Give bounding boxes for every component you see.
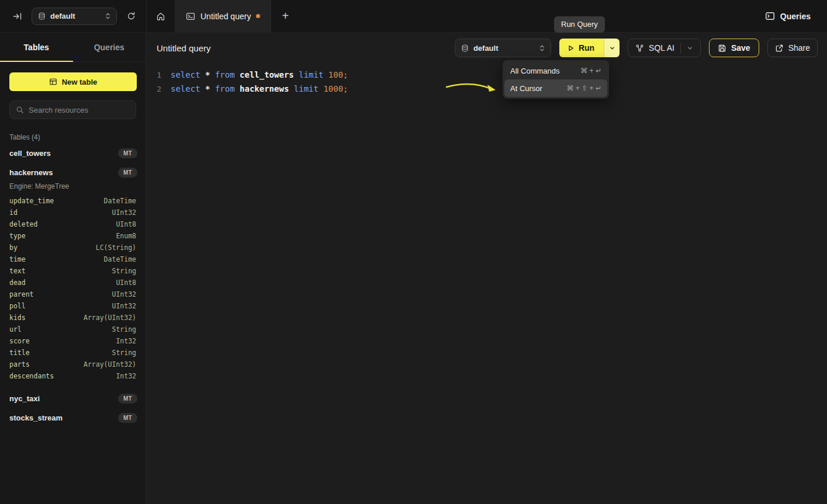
column-list: update_timeDateTimeidUInt32deletedUInt8t… <box>0 195 146 389</box>
table-grid-icon <box>49 78 57 86</box>
run-query-tooltip: Run Query <box>554 16 605 33</box>
column-type: UInt32 <box>112 290 136 298</box>
body: Tables Queries New table Tables (4) <box>0 33 827 504</box>
column-item-descendants[interactable]: descendantsInt32 <box>0 370 146 382</box>
queries-button[interactable]: Queries <box>765 0 827 32</box>
save-icon <box>718 44 726 53</box>
column-type: Int32 <box>116 337 136 345</box>
code-text: select * from hackernews limit 1000; <box>171 84 348 93</box>
search-box <box>9 100 136 119</box>
column-name: deleted <box>9 220 37 228</box>
table-item-hackernews[interactable]: hackernewsMT <box>0 163 146 182</box>
column-type: UInt32 <box>112 302 136 310</box>
run-options-button[interactable] <box>604 39 620 57</box>
database-selector[interactable]: default <box>32 8 117 25</box>
table-item-nyc_taxi[interactable]: nyc_taxiMT <box>0 389 146 408</box>
refresh-icon[interactable] <box>124 9 138 23</box>
collapse-sidebar-icon[interactable] <box>11 9 25 23</box>
line-number: 1 <box>146 71 161 79</box>
run-button-group: Run <box>559 39 620 57</box>
divider <box>680 43 681 53</box>
table-item-stocks_stream[interactable]: stocks_streamMT <box>0 408 146 427</box>
column-type: UInt8 <box>116 220 136 228</box>
sql-editor[interactable]: 1select * from cell_towers limit 100;2se… <box>146 63 827 504</box>
tab-label: Untitled query <box>200 12 251 21</box>
unsaved-dot-icon <box>256 14 260 18</box>
query-tab-icon <box>186 12 195 21</box>
column-item-kids[interactable]: kidsArray(UInt32) <box>0 312 146 324</box>
column-type: UInt8 <box>116 279 136 287</box>
engine-badge: MT <box>118 413 137 423</box>
column-item-deleted[interactable]: deletedUInt8 <box>0 218 146 230</box>
column-item-type[interactable]: typeEnum8 <box>0 230 146 242</box>
column-type: String <box>112 267 136 275</box>
column-item-time[interactable]: timeDateTime <box>0 253 146 265</box>
column-type: Array(UInt32) <box>84 314 136 322</box>
run-menu-item-all-commands[interactable]: All Commands⌘ + ↵ <box>504 62 607 79</box>
column-name: score <box>9 337 30 345</box>
new-table-button[interactable]: New table <box>9 72 137 91</box>
column-item-score[interactable]: scoreInt32 <box>0 335 146 347</box>
menu-item-label: At Cursor <box>510 84 542 93</box>
column-item-text[interactable]: textString <box>0 265 146 277</box>
menu-item-shortcut: ⌘ + ⇧ + ↵ <box>567 84 601 92</box>
code-line-1: 1select * from cell_towers limit 100; <box>146 68 827 82</box>
engine-badge: MT <box>118 394 137 404</box>
sql-ai-button[interactable]: SQL AI <box>628 39 701 57</box>
tab-home[interactable] <box>147 0 175 32</box>
share-icon <box>775 44 784 53</box>
search-resources-input[interactable] <box>29 106 130 114</box>
home-icon <box>156 12 165 21</box>
queries-label: Queries <box>780 12 811 21</box>
column-name: parts <box>9 360 30 369</box>
column-type: DateTime <box>104 255 136 263</box>
tab-untitled-query[interactable]: Untitled query <box>175 0 271 32</box>
column-type: Enum8 <box>116 232 136 240</box>
column-name: url <box>9 325 22 333</box>
column-name: update_time <box>9 197 54 205</box>
column-item-poll[interactable]: pollUInt32 <box>0 300 146 312</box>
run-options-menu: All Commands⌘ + ↵At Cursor⌘ + ⇧ + ↵ <box>503 60 609 99</box>
column-item-by[interactable]: byLC(String) <box>0 242 146 253</box>
column-item-title[interactable]: titleString <box>0 347 146 359</box>
column-type: DateTime <box>104 197 136 205</box>
column-item-parts[interactable]: partsArray(UInt32) <box>0 359 146 370</box>
database-selector-main-value: default <box>473 44 535 53</box>
sql-console-app: default Untitled query <box>0 0 827 504</box>
main-panel: Untitled query default Run <box>146 33 827 504</box>
topbar-left: default <box>0 0 146 32</box>
column-item-update_time[interactable]: update_timeDateTime <box>0 195 146 207</box>
topbar: default Untitled query <box>0 0 827 33</box>
column-name: type <box>9 232 26 240</box>
database-selector-main[interactable]: default <box>455 39 551 57</box>
column-name: by <box>9 244 18 252</box>
column-type: String <box>112 349 136 357</box>
engine-label: Engine: MergeTree <box>0 182 146 195</box>
column-item-url[interactable]: urlString <box>0 324 146 335</box>
table-item-cell_towers[interactable]: cell_towersMT <box>0 144 146 163</box>
new-table-label: New table <box>62 78 98 86</box>
column-name: parent <box>9 290 34 298</box>
query-header: Untitled query default Run <box>146 33 827 63</box>
new-tab-button[interactable]: + <box>271 0 299 32</box>
column-name: time <box>9 255 26 263</box>
updown-chevron-icon <box>539 44 545 52</box>
run-button[interactable]: Run <box>559 39 604 57</box>
column-item-dead[interactable]: deadUInt8 <box>0 277 146 289</box>
updown-chevron-icon <box>105 12 110 20</box>
sidebar-tab-tables[interactable]: Tables <box>0 33 73 61</box>
share-button[interactable]: Share <box>767 39 818 57</box>
column-type: LC(String) <box>96 244 136 252</box>
sidebar-tab-queries[interactable]: Queries <box>73 33 146 61</box>
sidebar-body: New table Tables (4) cell_towersMThacker… <box>0 62 146 427</box>
column-name: poll <box>9 302 26 310</box>
database-icon <box>461 44 469 52</box>
save-button[interactable]: Save <box>709 39 759 57</box>
column-item-id[interactable]: idUInt32 <box>0 207 146 218</box>
queries-icon <box>765 11 775 21</box>
chevron-down-icon <box>687 45 693 51</box>
run-menu-item-at-cursor[interactable]: At Cursor⌘ + ⇧ + ↵ <box>504 79 607 97</box>
query-title: Untitled query <box>157 43 211 53</box>
run-label: Run <box>579 43 594 53</box>
column-item-parent[interactable]: parentUInt32 <box>0 289 146 300</box>
